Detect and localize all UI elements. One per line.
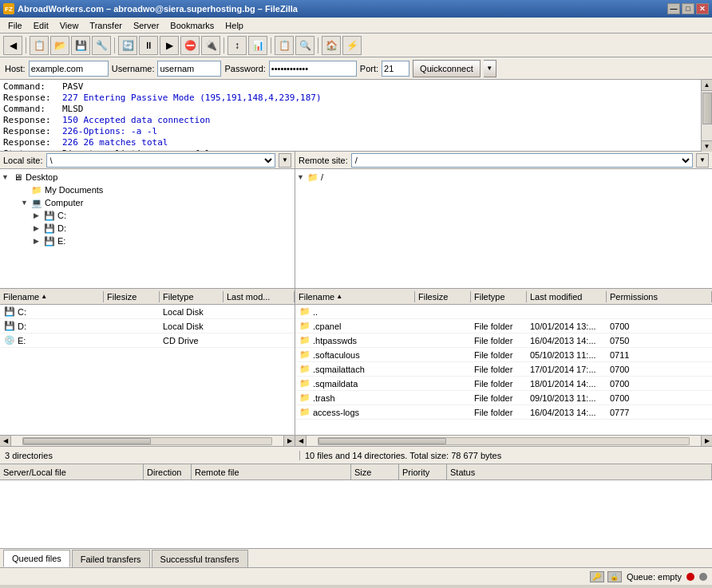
remote-file-row[interactable]: 📁 .sqmaildata File folder 18/01/2014 14:…: [295, 377, 712, 391]
tree-item-root[interactable]: ▼ 📁 /: [297, 171, 710, 184]
tb-btn-6[interactable]: 🔄: [118, 36, 137, 55]
tb-btn-14[interactable]: 🔍: [295, 36, 314, 55]
tb-btn-9[interactable]: ⛔: [180, 36, 200, 55]
menu-help[interactable]: Help: [220, 20, 248, 31]
scroll-thumb[interactable]: [702, 93, 712, 124]
log-label: Response:: [3, 137, 59, 148]
tree-item-e[interactable]: ▶ 💾 E:: [2, 235, 293, 247]
tb-btn-1[interactable]: ◀: [3, 36, 22, 55]
tb-btn-3[interactable]: 📂: [50, 36, 69, 55]
scroll-down-arrow[interactable]: ▼: [702, 140, 713, 152]
local-col-filename[interactable]: Filename ▲: [0, 291, 104, 302]
remote-col-filename[interactable]: Filename ▲: [295, 291, 415, 302]
menu-transfer[interactable]: Transfer: [85, 20, 127, 31]
expand-icon[interactable]: ▼: [2, 173, 10, 181]
username-input[interactable]: [157, 61, 221, 77]
tb-btn-7[interactable]: ⏸: [139, 36, 158, 55]
tb-btn-2[interactable]: 📋: [30, 36, 49, 55]
remote-file-row[interactable]: 📁 .htpasswds File folder 16/04/2013 14:.…: [295, 333, 712, 348]
remote-col-filesize[interactable]: Filesize: [415, 291, 471, 302]
expand-icon[interactable]: ▶: [34, 237, 42, 245]
tree-item-desktop[interactable]: ▼ 🖥 Desktop: [2, 171, 293, 184]
remote-col-filetype[interactable]: Filetype: [471, 291, 527, 302]
tb-btn-11[interactable]: ↕: [227, 36, 247, 55]
quickconnect-button[interactable]: Quickconnect: [413, 60, 481, 77]
local-hscroll[interactable]: ◀ ▶: [0, 435, 295, 446]
queue-col-status[interactable]: Status: [447, 464, 712, 479]
expand-icon[interactable]: ▶: [34, 211, 42, 219]
remote-col-lastmod[interactable]: Last modified: [527, 291, 607, 302]
hscroll-track[interactable]: [318, 437, 690, 445]
hscroll-thumb[interactable]: [318, 438, 446, 444]
port-input[interactable]: [382, 61, 409, 77]
tb-btn-16[interactable]: ⚡: [342, 36, 362, 55]
tb-btn-8[interactable]: ▶: [160, 36, 179, 55]
tb-btn-12[interactable]: 📊: [248, 36, 267, 55]
menu-file[interactable]: File: [3, 20, 27, 31]
maximize-button[interactable]: □: [682, 3, 694, 14]
remote-site-dropdown[interactable]: ▼: [696, 153, 709, 168]
remote-file-row[interactable]: 📁 .sqmailattach File folder 17/01/2014 1…: [295, 362, 712, 377]
tree-item-c[interactable]: ▶ 💾 C:: [2, 209, 293, 222]
local-col-lastmod[interactable]: Last mod...: [223, 291, 295, 302]
tab-failed-transfers[interactable]: Failed transfers: [72, 550, 150, 567]
scroll-up-arrow[interactable]: ▲: [702, 80, 713, 91]
tb-btn-13[interactable]: 📋: [275, 36, 294, 55]
expand-icon[interactable]: ▶: [34, 224, 42, 232]
tree-item-computer[interactable]: ▼ 💻 Computer: [2, 196, 293, 209]
expand-icon[interactable]: ▼: [21, 199, 29, 207]
queue-col-size[interactable]: Size: [351, 464, 399, 479]
tb-btn-4[interactable]: 💾: [71, 36, 90, 55]
tb-btn-10[interactable]: 🔌: [201, 36, 220, 55]
queue-col-remotefile[interactable]: Remote file: [192, 464, 351, 479]
hscroll-thumb[interactable]: [23, 438, 151, 444]
local-site-input[interactable]: \: [46, 153, 275, 168]
hscroll-right[interactable]: ▶: [701, 436, 712, 447]
menu-view[interactable]: View: [55, 20, 84, 31]
remote-file-row[interactable]: 📁 .cpanel File folder 10/01/2014 13:... …: [295, 319, 712, 333]
hscroll-left[interactable]: ◀: [0, 436, 11, 447]
tab-queued-files[interactable]: Queued files: [3, 550, 70, 567]
queue-col-direction[interactable]: Direction: [144, 464, 192, 479]
remote-col-perms[interactable]: Permissions: [607, 291, 712, 302]
log-label: Response:: [3, 93, 59, 104]
queue-col-priority[interactable]: Priority: [399, 464, 447, 479]
titlebar-controls[interactable]: — □ ✕: [667, 3, 709, 14]
local-file-row[interactable]: 💾 D: Local Disk: [0, 319, 295, 333]
status-dot-grey: [699, 573, 707, 581]
close-button[interactable]: ✕: [696, 3, 709, 14]
hscroll-track[interactable]: [22, 437, 272, 445]
tree-item-mydocs[interactable]: 📁 My Documents: [2, 184, 293, 196]
remote-site-label: Remote site:: [299, 156, 348, 165]
hscroll-right[interactable]: ▶: [283, 436, 295, 447]
log-panel: Command: PASV Response: 227 Entering Pas…: [0, 80, 701, 152]
local-col-filetype[interactable]: Filetype: [160, 291, 223, 302]
remote-hscroll[interactable]: ◀ ▶: [295, 435, 712, 446]
menu-edit[interactable]: Edit: [29, 20, 53, 31]
remote-file-row[interactable]: 📁 .softaculous File folder 05/10/2013 11…: [295, 348, 712, 362]
remote-file-row[interactable]: 📁 .trash File folder 09/10/2013 11:... 0…: [295, 391, 712, 405]
menu-server[interactable]: Server: [129, 20, 164, 31]
tree-item-d[interactable]: ▶ 💾 D:: [2, 222, 293, 235]
folder-icon: 📁: [30, 184, 43, 195]
hscroll-left[interactable]: ◀: [295, 436, 307, 447]
menu-bookmarks[interactable]: Bookmarks: [165, 20, 219, 31]
tab-successful-transfers[interactable]: Successful transfers: [152, 550, 248, 567]
tb-btn-15[interactable]: 🏠: [322, 36, 341, 55]
log-vscroll[interactable]: ▲ ▼: [701, 80, 712, 152]
password-input[interactable]: [269, 61, 357, 77]
remote-file-row[interactable]: 📁 access-logs File folder 16/04/2013 14:…: [295, 405, 712, 420]
remote-file-row[interactable]: 📁 ..: [295, 305, 712, 319]
host-input[interactable]: [29, 61, 109, 77]
remote-file-header: Filename ▲ Filesize Filetype Last modifi…: [295, 289, 712, 305]
expand-icon[interactable]: ▼: [297, 173, 305, 181]
remote-site-input[interactable]: /: [351, 153, 693, 168]
local-site-dropdown[interactable]: ▼: [279, 153, 291, 168]
local-col-filesize[interactable]: Filesize: [104, 291, 160, 302]
quickconnect-dropdown[interactable]: ▼: [484, 60, 496, 77]
local-file-row[interactable]: 💾 C: Local Disk: [0, 305, 295, 319]
tb-btn-5[interactable]: 🔧: [92, 36, 111, 55]
local-file-row[interactable]: 💿 E: CD Drive: [0, 333, 295, 348]
minimize-button[interactable]: —: [667, 3, 680, 14]
queue-col-serverfile[interactable]: Server/Local file: [0, 464, 144, 479]
